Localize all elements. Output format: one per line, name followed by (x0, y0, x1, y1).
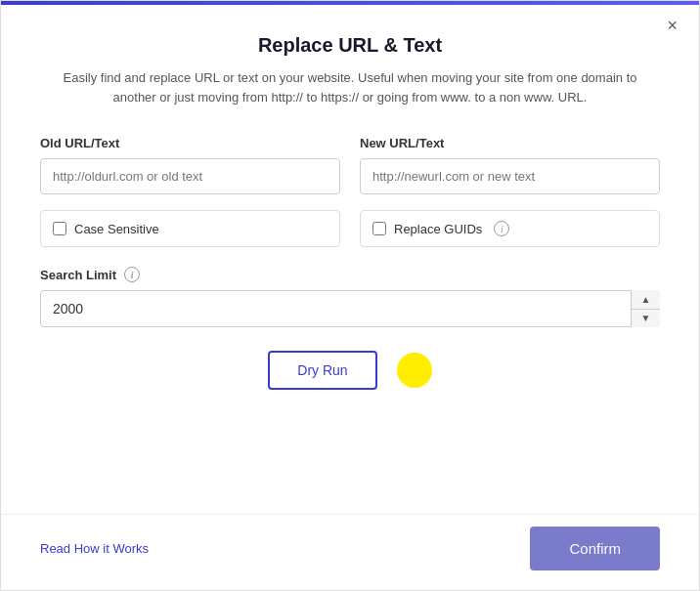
dialog-body: Replace URL & Text Easily find and repla… (1, 5, 699, 514)
search-limit-label-row: Search Limit i (40, 267, 660, 282)
old-url-label: Old URL/Text (40, 136, 340, 150)
replace-guids-checkbox[interactable] (372, 222, 386, 235)
search-limit-section: Search Limit i ▲ ▼ (40, 267, 660, 327)
new-url-input[interactable] (360, 158, 660, 194)
close-button[interactable]: × (663, 13, 681, 38)
replace-guids-group: Replace GUIDs i (360, 210, 660, 247)
actions-row: Dry Run (40, 351, 660, 390)
dialog-footer: Read How it Works Confirm (1, 514, 699, 590)
spin-down-button[interactable]: ▼ (632, 310, 660, 328)
spin-up-button[interactable]: ▲ (632, 290, 660, 310)
dialog-description: Easily find and replace URL or text on y… (47, 68, 653, 106)
spin-buttons: ▲ ▼ (631, 290, 660, 327)
new-url-group: New URL/Text (360, 136, 660, 194)
old-url-input[interactable] (40, 158, 340, 194)
search-limit-input-wrapper: ▲ ▼ (40, 290, 660, 327)
search-limit-info-icon[interactable]: i (124, 267, 140, 282)
replace-guids-info-icon[interactable]: i (494, 221, 509, 236)
read-how-it-works-link[interactable]: Read How it Works (40, 541, 149, 556)
search-limit-input[interactable] (40, 290, 660, 327)
checkbox-row: Case Sensitive Replace GUIDs i (40, 210, 660, 247)
replace-guids-label: Replace GUIDs (394, 222, 482, 236)
case-sensitive-checkbox[interactable] (53, 222, 66, 235)
old-url-group: Old URL/Text (40, 136, 340, 194)
case-sensitive-label: Case Sensitive (74, 222, 159, 236)
replace-url-dialog: × Replace URL & Text Easily find and rep… (0, 0, 700, 591)
case-sensitive-group: Case Sensitive (40, 210, 340, 247)
confirm-button[interactable]: Confirm (530, 527, 660, 570)
url-fields-row: Old URL/Text New URL/Text (40, 136, 660, 194)
new-url-label: New URL/Text (360, 136, 660, 150)
dry-run-button[interactable]: Dry Run (268, 351, 376, 390)
dialog-title: Replace URL & Text (40, 34, 660, 57)
loading-indicator (397, 353, 432, 388)
search-limit-text: Search Limit (40, 268, 116, 282)
